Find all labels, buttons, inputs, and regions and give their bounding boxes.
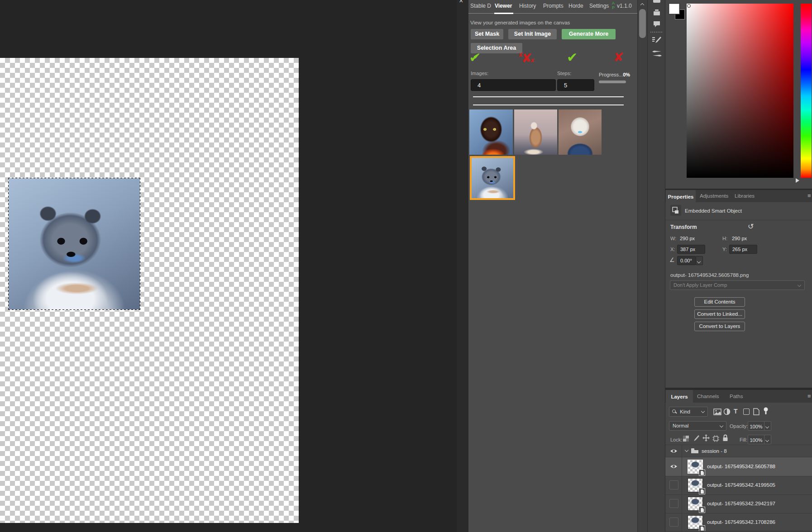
color-field-cursor[interactable] [687, 4, 691, 8]
opacity-dropdown[interactable] [764, 421, 771, 431]
visibility-eye-icon[interactable] [670, 464, 678, 469]
layer-comp-dropdown[interactable]: Don't Apply Layer Comp [670, 280, 805, 290]
layer-row[interactable]: output- 1675495342.2942197 [665, 495, 812, 513]
transform-title: Transform [670, 224, 697, 230]
filter-smart-objects-icon[interactable] [753, 408, 759, 415]
panel-menu-icon[interactable]: ≡ [807, 192, 811, 199]
tab-paths[interactable]: Paths [730, 394, 743, 399]
set-mask-button[interactable]: Set Mask [471, 29, 503, 39]
blend-mode-value: Normal [673, 423, 688, 428]
scrollbar-thumb[interactable] [639, 9, 646, 38]
visibility-toggle-empty[interactable] [669, 480, 678, 489]
layer-name: output- 1675495342.5605788 [707, 464, 775, 469]
scroll-up-icon[interactable] [640, 3, 644, 7]
plugin-badge-p: P [612, 5, 615, 10]
fill-value: 100% [750, 437, 762, 443]
filter-toggle-icon[interactable] [763, 407, 769, 415]
color-field[interactable] [687, 4, 793, 178]
generated-thumbnail-4-selected[interactable] [470, 156, 515, 200]
reset-transform-icon[interactable]: ↺ [748, 222, 754, 231]
reject-icon[interactable]: ✘ [613, 50, 624, 65]
set-init-image-button[interactable]: Set Init Image [508, 29, 557, 39]
accept-icon[interactable]: ✔ [567, 50, 578, 65]
generated-thumbnail-3[interactable] [559, 109, 602, 155]
angle-dropdown[interactable] [696, 256, 703, 265]
panel-menu-icon[interactable]: ≡ [807, 393, 811, 399]
progress-text: Progress... [599, 72, 623, 77]
fill-dropdown[interactable] [764, 435, 771, 444]
tab-libraries[interactable]: Libraries [735, 193, 755, 199]
steps-input[interactable] [557, 79, 594, 91]
chevron-down-icon [798, 283, 801, 287]
angle-input[interactable] [677, 256, 696, 265]
reject-all-icon[interactable]: ✘✘✘ [518, 51, 535, 66]
generated-image-on-canvas[interactable] [9, 178, 140, 309]
eye-column-divider [682, 445, 682, 532]
y-input[interactable] [729, 245, 757, 254]
layer-thumbnail[interactable] [688, 497, 703, 511]
filter-pixel-layers-icon[interactable] [713, 408, 721, 415]
generated-thumbnail-1[interactable] [469, 109, 513, 155]
hue-strip[interactable] [801, 4, 812, 178]
layer-thumbnail[interactable] [688, 515, 703, 529]
convert-to-linked-button[interactable]: Convert to Linked... [694, 309, 745, 319]
generated-thumbnail-2[interactable] [514, 109, 557, 155]
tab-adjustments[interactable]: Adjustments [700, 193, 728, 199]
tab-settings[interactable]: Settings [589, 3, 609, 9]
lock-artboard-icon[interactable] [712, 435, 719, 442]
w-label: W: [670, 236, 676, 241]
layer-row[interactable]: output- 1675495342.4199505 [665, 476, 812, 494]
brush-settings-icon[interactable] [652, 36, 661, 45]
fill-value-box[interactable]: 100% [748, 435, 764, 444]
tab-layers[interactable]: Layers [666, 390, 693, 403]
clipped-panel-icon[interactable] [653, 0, 660, 3]
edit-contents-button[interactable]: Edit Contents [694, 297, 745, 307]
hue-marker[interactable] [796, 178, 799, 183]
visibility-toggle-empty[interactable] [669, 499, 678, 508]
section-divider [665, 220, 812, 220]
plugin-scrollbar[interactable] [637, 0, 647, 532]
filter-adjustment-layers-icon[interactable] [723, 408, 731, 415]
lock-paint-icon[interactable] [693, 435, 699, 442]
filter-type-layers-icon[interactable]: T [734, 408, 738, 415]
libraries-icon[interactable] [653, 9, 660, 16]
visibility-toggle-empty[interactable] [669, 518, 678, 527]
tab-horde[interactable]: Horde [568, 3, 583, 9]
plugin-version: v1.1.0 [617, 3, 632, 9]
lock-transparency-icon[interactable] [683, 436, 689, 442]
lock-all-icon[interactable] [722, 434, 728, 442]
tab-channels[interactable]: Channels [697, 394, 719, 399]
layer-row[interactable]: output- 1675495342.1708286 [665, 513, 812, 531]
group-name: session - 8 [702, 448, 727, 454]
tab-history[interactable]: History [519, 3, 536, 9]
brushes-icon[interactable] [652, 50, 662, 58]
layer-thumbnail[interactable] [688, 478, 703, 492]
tab-viewer[interactable]: Viewer [495, 3, 512, 9]
blend-mode-dropdown[interactable]: Normal [669, 421, 726, 431]
folder-icon [691, 448, 699, 454]
filter-shape-layers-icon[interactable] [743, 408, 750, 415]
tab-properties[interactable]: Properties [666, 190, 696, 202]
generate-more-button[interactable]: Generate More [562, 29, 616, 39]
kind-label: Kind [680, 409, 690, 414]
layer-row-selected[interactable]: output- 1675495342.5605788 [665, 457, 812, 476]
layer-thumbnail[interactable] [688, 460, 703, 474]
smart-object-filename: output- 1675495342.5605788.png [670, 272, 749, 278]
visibility-eye-icon[interactable] [670, 448, 678, 454]
opacity-label: Opacity: [730, 423, 748, 429]
comments-icon[interactable] [653, 21, 660, 28]
tab-stable-d[interactable]: Stable D [470, 3, 491, 9]
collapsed-panels-strip [647, 0, 665, 532]
kind-filter-dropdown[interactable]: Kind [669, 407, 708, 417]
foreground-color-swatch[interactable] [669, 4, 679, 14]
opacity-value-box[interactable]: 100% [748, 421, 764, 431]
x-input[interactable] [677, 245, 705, 254]
images-input[interactable] [471, 79, 556, 91]
tab-prompts[interactable]: Prompts [543, 3, 564, 9]
layer-group-row[interactable]: session - 8 [665, 445, 812, 457]
accept-all-icon[interactable]: ✔✔ [469, 51, 481, 65]
convert-to-layers-button[interactable]: Convert to Layers [694, 322, 745, 331]
close-icon[interactable]: × [459, 0, 463, 5]
lock-move-icon[interactable] [702, 434, 710, 442]
group-expand-icon[interactable] [685, 448, 688, 452]
